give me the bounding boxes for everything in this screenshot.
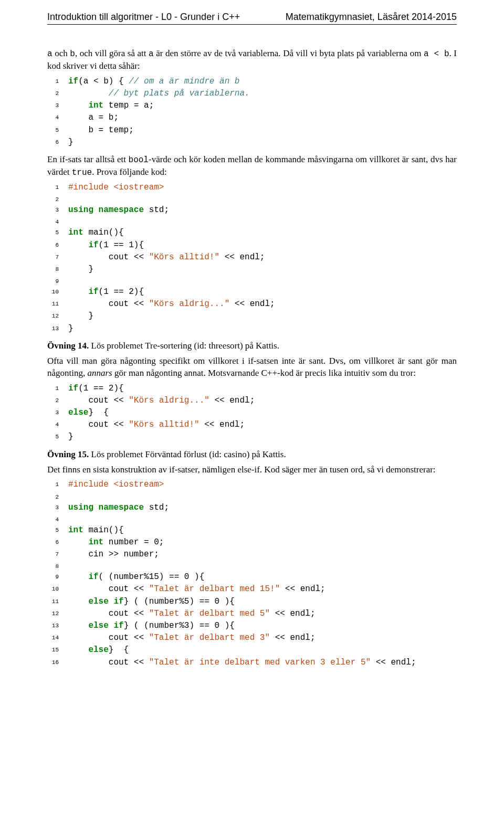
line-source: else} {	[68, 644, 457, 656]
code-block-else: 1if(1 == 2){2 cout << "Körs aldrig..." <…	[47, 383, 457, 444]
code-line: 4	[47, 216, 457, 227]
code-line: 12 cout << "Talet är delbart med 5" << e…	[47, 608, 457, 620]
code-line: 7 cin >> number;	[47, 549, 457, 561]
code-line: 5}	[47, 431, 457, 443]
code-line: 5int main(){	[47, 227, 457, 239]
line-number: 4	[47, 514, 68, 524]
code-line: 5 b = temp;	[47, 124, 457, 136]
exercise-14: Övning 14. Lös problemet Tre-sortering (…	[47, 340, 457, 352]
line-number: 9	[47, 571, 68, 583]
line-number: 2	[47, 395, 68, 407]
line-number: 4	[47, 112, 68, 124]
header-left: Introduktion till algoritmer - L0 - Grun…	[47, 10, 240, 23]
code-inline-bool: bool	[129, 155, 149, 165]
line-source: if(a < b) { // om a är mindre än b	[68, 76, 457, 88]
line-source: int main(){	[68, 227, 457, 239]
line-source: if(1 == 1){	[68, 239, 457, 251]
line-source	[68, 561, 457, 571]
line-number: 6	[47, 536, 68, 549]
line-number: 13	[47, 323, 68, 335]
line-source	[68, 491, 457, 502]
line-number: 5	[47, 124, 68, 136]
code-line: 2 // byt plats på variablerna.	[47, 88, 457, 100]
line-number: 6	[47, 239, 68, 251]
code-inline-a: a	[47, 49, 52, 59]
code-block-swap: 1if(a < b) { // om a är mindre än b2 // …	[47, 76, 457, 149]
line-source: }	[68, 323, 457, 335]
code-block-elseif: 1#include <iostream>23using namespace st…	[47, 479, 457, 668]
line-source: if(1 == 2){	[68, 383, 457, 395]
code-line: 3using namespace std;	[47, 502, 457, 514]
line-source: if( (number%15) == 0 ){	[68, 571, 457, 583]
code-line: 3using namespace std;	[47, 204, 457, 216]
line-number: 1	[47, 182, 68, 194]
line-number: 2	[47, 491, 68, 502]
code-line: 4 a = b;	[47, 112, 457, 124]
page-header: Introduktion till algoritmer - L0 - Grun…	[47, 10, 457, 25]
line-source: else if} ( (number%5) == 0 ){	[68, 596, 457, 608]
line-source: using namespace std;	[68, 502, 457, 514]
line-number: 5	[47, 431, 68, 443]
page: Introduktion till algoritmer - L0 - Grun…	[0, 0, 504, 695]
code-inline-b: b	[70, 49, 75, 59]
code-line: 7 cout << "Körs alltid!" << endl;	[47, 251, 457, 264]
line-number: 4	[47, 216, 68, 227]
line-number: 3	[47, 100, 68, 112]
line-number: 1	[47, 76, 68, 88]
line-number: 11	[47, 298, 68, 310]
line-source: else if} ( (number%3) == 0 ){	[68, 620, 457, 632]
line-number: 12	[47, 608, 68, 620]
code-block-iostream1: 1#include <iostream>23using namespace st…	[47, 182, 457, 335]
line-source: b = temp;	[68, 124, 457, 136]
line-number: 10	[47, 286, 68, 298]
line-number: 7	[47, 251, 68, 264]
line-source: cout << "Talet är delbart med 3" << endl…	[68, 632, 457, 644]
line-number: 8	[47, 264, 68, 276]
code-line: 5int main(){	[47, 524, 457, 536]
line-number: 2	[47, 194, 68, 204]
line-number: 1	[47, 479, 68, 491]
line-source: cin >> number;	[68, 549, 457, 561]
code-line: 8 }	[47, 264, 457, 276]
line-number: 6	[47, 136, 68, 149]
code-line: 14 cout << "Talet är delbart med 3" << e…	[47, 632, 457, 644]
code-line: 9	[47, 276, 457, 286]
line-source: cout << "Talet är delbart med 15!" << en…	[68, 583, 457, 595]
line-source	[68, 276, 457, 286]
line-number: 5	[47, 524, 68, 536]
code-line: 13}	[47, 323, 457, 335]
code-line: 8	[47, 561, 457, 571]
code-line: 11 cout << "Körs aldrig..." << endl;	[47, 298, 457, 310]
line-source: int number = 0;	[68, 536, 457, 549]
line-number: 3	[47, 502, 68, 514]
line-number: 15	[47, 644, 68, 656]
code-line: 1if(1 == 2){	[47, 383, 457, 395]
line-number: 3	[47, 204, 68, 216]
line-source: using namespace std;	[68, 204, 457, 216]
line-source: #include <iostream>	[68, 479, 457, 491]
code-line: 10 cout << "Talet är delbart med 15!" <<…	[47, 583, 457, 595]
line-source: cout << "Talet är inte delbart med varke…	[68, 657, 457, 669]
line-source	[68, 514, 457, 524]
code-line: 10 if(1 == 2){	[47, 286, 457, 298]
line-source: cout << "Körs aldrig..." << endl;	[68, 395, 457, 407]
code-line: 1#include <iostream>	[47, 182, 457, 194]
paragraph-ifsats: En if-sats tar alltså ett bool-värde och…	[47, 154, 457, 178]
line-number: 10	[47, 583, 68, 595]
line-number: 4	[47, 419, 68, 431]
line-source: if(1 == 2){	[68, 286, 457, 298]
line-number: 5	[47, 227, 68, 239]
code-line: 12 }	[47, 310, 457, 322]
line-number: 1	[47, 383, 68, 395]
exercise-label: Övning 14.	[47, 341, 89, 351]
line-number: 14	[47, 632, 68, 644]
code-line: 4	[47, 514, 457, 524]
line-source: int main(){	[68, 524, 457, 536]
paragraph-elseif: Det finns en sista konstruktion av if-sa…	[47, 464, 457, 476]
line-number: 11	[47, 596, 68, 608]
line-number: 3	[47, 407, 68, 419]
exercise-15: Övning 15. Lös problemet Förväntad förlu…	[47, 449, 457, 461]
code-line: 3else} {	[47, 407, 457, 419]
code-line: 2	[47, 194, 457, 204]
code-line: 1#include <iostream>	[47, 479, 457, 491]
